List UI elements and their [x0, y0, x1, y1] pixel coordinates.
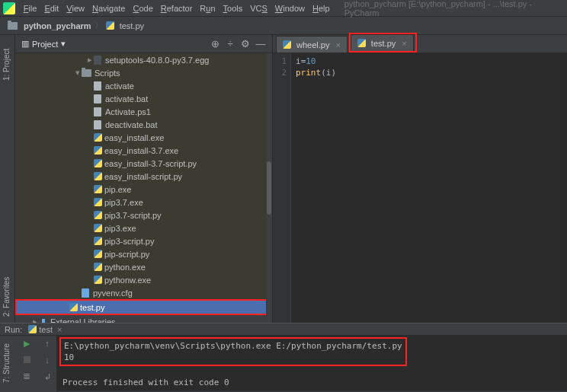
- tab-label: test.py: [371, 39, 396, 48]
- tree-item-label: easy_install-3.7.exe: [104, 146, 178, 155]
- tab-test[interactable]: test.py ×: [351, 34, 414, 51]
- code-area[interactable]: i=10 print(i): [291, 53, 567, 323]
- breadcrumb-file[interactable]: test.py: [120, 21, 144, 30]
- menu-refactor[interactable]: Refactor: [157, 4, 197, 13]
- close-icon[interactable]: ×: [402, 39, 406, 48]
- tree-item[interactable]: pyvenv.cfg: [15, 286, 272, 299]
- tree-item[interactable]: pip3.exe: [15, 221, 272, 234]
- file-type-icon: [94, 120, 101, 129]
- file-type-icon: [94, 185, 102, 193]
- project-header: ▥ Project ▾ ⊕ ÷ ⚙ —: [15, 35, 272, 53]
- tree-item[interactable]: pythonw.exe: [15, 273, 272, 286]
- tree-scrollbar[interactable]: [266, 53, 272, 323]
- tree-item[interactable]: pip3.7-script.py: [15, 209, 272, 221]
- tree-item-label: pyvenv.cfg: [93, 288, 133, 298]
- tree-item[interactable]: easy_install-script.py: [15, 170, 272, 183]
- console-out: 10: [64, 352, 402, 363]
- menu-window[interactable]: Window: [271, 4, 309, 13]
- tree-item[interactable]: pip.exe: [15, 183, 272, 196]
- window-title: python_pycharm [E:\python_pycharm] - ...…: [344, 0, 564, 18]
- tab-structure-vertical[interactable]: 7: Structure: [2, 343, 11, 383]
- tree-item-label: easy_install-3.7-script.py: [104, 159, 197, 168]
- tab-label: wheel.py: [296, 40, 329, 49]
- highlight-box: test.py: [15, 299, 272, 315]
- collapse-icon[interactable]: ÷: [225, 39, 235, 49]
- menu-code[interactable]: Code: [129, 4, 156, 13]
- tree-item[interactable]: ▾Scripts: [15, 66, 272, 79]
- console-exit: Process finished with exit code 0: [62, 377, 561, 388]
- menubar: File Edit View Navigate Code Refactor Ru…: [0, 0, 567, 17]
- tree-item[interactable]: easy_install.exe: [15, 131, 272, 144]
- file-type-icon: [94, 276, 102, 284]
- gear-icon[interactable]: ⚙: [240, 39, 251, 49]
- menu-edit[interactable]: Edit: [40, 4, 62, 13]
- tree-item[interactable]: deactivate.bat: [15, 118, 272, 131]
- rerun-icon[interactable]: ▶: [24, 339, 30, 349]
- tree-item[interactable]: pip-script.py: [15, 247, 272, 260]
- menu-vcs[interactable]: VCS: [246, 4, 271, 13]
- tree-item-label: pythonw.exe: [104, 276, 151, 285]
- editor-tabs: wheel.py × test.py ×: [273, 35, 567, 53]
- tree-item-label: pip3.7.exe: [104, 198, 143, 207]
- breadcrumb-project[interactable]: python_pycharm: [24, 21, 91, 30]
- file-type-icon: [94, 81, 101, 91]
- menu-run[interactable]: Run: [196, 4, 219, 13]
- up-icon[interactable]: ↑: [45, 339, 50, 348]
- menu-tools[interactable]: Tools: [219, 4, 247, 13]
- console-output[interactable]: E:\python_pycharm\venv\Scripts\python.ex…: [56, 336, 567, 391]
- file-type-icon: ▮: [39, 317, 47, 323]
- tree-item[interactable]: activate.bat: [15, 92, 272, 105]
- down-icon[interactable]: ↓: [45, 355, 50, 365]
- file-type-icon: [94, 237, 102, 245]
- stop-icon[interactable]: [24, 356, 30, 363]
- tree-item[interactable]: Activate.ps1: [15, 105, 272, 118]
- file-type-icon: [94, 198, 102, 206]
- menu-help[interactable]: Help: [309, 4, 334, 13]
- close-icon[interactable]: ×: [57, 325, 62, 334]
- tree-item-label: python.exe: [104, 263, 146, 272]
- close-icon[interactable]: ×: [335, 40, 340, 49]
- file-type-icon: [94, 146, 102, 155]
- file-type-icon: [94, 133, 102, 142]
- file-type-icon: [82, 69, 91, 77]
- tree-item[interactable]: pip3-script.py: [15, 234, 272, 247]
- run-config-name[interactable]: test: [39, 325, 53, 334]
- tree-item[interactable]: activate: [15, 79, 272, 92]
- python-file-icon: [28, 325, 37, 333]
- tab-favorites-vertical[interactable]: 2: Favorites: [2, 277, 11, 317]
- tree-item-label: easy_install.exe: [104, 133, 164, 142]
- file-type-icon: [69, 303, 78, 311]
- tree-item-label: activate.bat: [105, 94, 148, 104]
- tree-item-label: activate: [105, 81, 134, 91]
- left-tool-strip: 1: Project 2: Favorites: [0, 35, 15, 323]
- run-tool-window: Run: test× 7: Structure ▶ ≣ ↑ ↓ ↲ E:\pyt…: [0, 323, 567, 391]
- tree-item-label: pip3-script.py: [104, 237, 154, 246]
- console-cmd: E:\python_pycharm\venv\Scripts\python.ex…: [64, 340, 402, 352]
- file-type-icon: [94, 56, 101, 65]
- more-icon[interactable]: ≣: [23, 371, 30, 381]
- project-view-selector[interactable]: ▥ Project ▾: [21, 39, 66, 49]
- left-tool-strip-bottom: 7: Structure: [0, 336, 15, 391]
- tree-item[interactable]: easy_install-3.7-script.py: [15, 157, 272, 170]
- project-tree[interactable]: ▸setuptools-40.8.0-py3.7.egg▾Scriptsacti…: [15, 53, 272, 323]
- tree-item[interactable]: pip3.7.exe: [15, 196, 272, 209]
- target-icon[interactable]: ⊕: [210, 39, 220, 49]
- file-type-icon: [94, 263, 102, 271]
- project-panel: ▥ Project ▾ ⊕ ÷ ⚙ — ▸setuptools-40.8.0-p…: [15, 35, 273, 323]
- tree-item[interactable]: test.py: [17, 301, 271, 314]
- menu-view[interactable]: View: [62, 4, 88, 13]
- tree-item[interactable]: easy_install-3.7.exe: [15, 144, 272, 157]
- wrap-icon[interactable]: ↲: [44, 372, 51, 382]
- menu-file[interactable]: File: [20, 4, 41, 13]
- tree-item[interactable]: ▸▮External Libraries: [15, 315, 272, 323]
- file-type-icon: [82, 288, 89, 298]
- hide-icon[interactable]: —: [255, 39, 266, 49]
- tree-item[interactable]: python.exe: [15, 260, 272, 273]
- menu-navigate[interactable]: Navigate: [88, 4, 129, 13]
- tab-project-vertical[interactable]: 1: Project: [2, 49, 11, 81]
- tab-wheel[interactable]: wheel.py ×: [276, 36, 348, 53]
- editor: wheel.py × test.py × 1 2 i=10 print(i): [273, 35, 567, 323]
- file-type-icon: [94, 172, 102, 180]
- tree-item[interactable]: ▸setuptools-40.8.0-py3.7.egg: [15, 53, 272, 66]
- python-file-icon: [283, 40, 291, 49]
